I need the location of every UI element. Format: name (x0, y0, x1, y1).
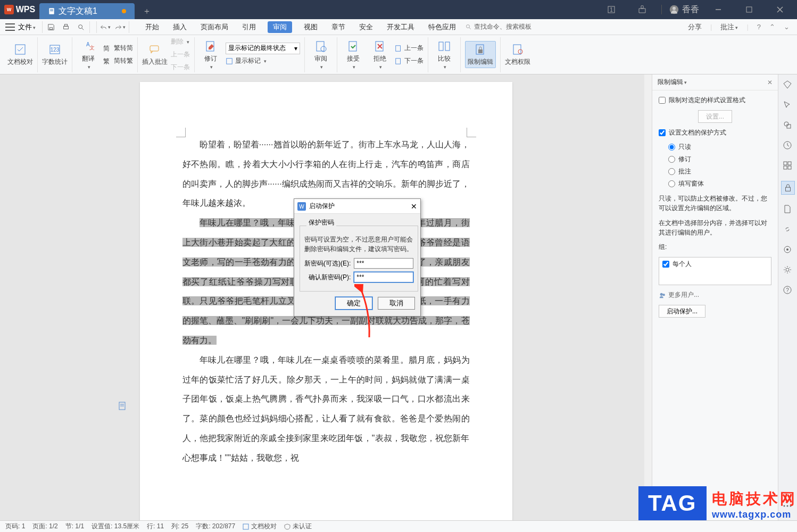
restrict-format-checkbox[interactable]: 限制对选定的样式设置格式 (659, 96, 771, 105)
menu-insert[interactable]: 插入 (171, 21, 189, 33)
menu-chapter[interactable]: 章节 (329, 21, 347, 33)
search-icon (466, 24, 472, 30)
delete-comment-button[interactable]: 删除 (171, 36, 190, 48)
help-circle-icon[interactable]: ? (783, 285, 793, 296)
undo-button[interactable] (100, 22, 111, 32)
svg-rect-50 (784, 166, 787, 169)
print-icon[interactable] (61, 22, 71, 32)
menu-devtools[interactable]: 开发工具 (385, 21, 417, 33)
show-marks-button[interactable]: 显示标记 (226, 55, 300, 67)
status-page[interactable]: 页面: 1/2 (32, 522, 57, 531)
proofread-button[interactable]: 文档校对 (7, 43, 33, 66)
confirm-password-input[interactable] (354, 272, 413, 282)
set-protect-checkbox[interactable]: 设置文档的保护方式 (659, 128, 771, 137)
option-revise[interactable]: 修订 (668, 155, 771, 164)
menu-review[interactable]: 审阅 (268, 21, 292, 33)
panel-title[interactable]: 限制编辑 (658, 78, 687, 87)
start-protect-button[interactable]: 启动保护... (659, 305, 705, 318)
doc-fold-icon[interactable] (783, 204, 793, 215)
svg-text:文: 文 (89, 45, 95, 51)
svg-rect-20 (15, 45, 25, 54)
panel-close-icon[interactable]: ✕ (767, 79, 773, 86)
doc-permission-button[interactable]: 文档权限 (505, 43, 530, 66)
next-change-button[interactable]: 下一条 (395, 55, 424, 67)
compare-button[interactable]: 比较 (433, 39, 456, 70)
new-tab-button[interactable]: ＋ (139, 3, 155, 19)
menu-view[interactable]: 视图 (302, 21, 320, 33)
prev-comment-button[interactable]: 上一条 (171, 49, 190, 61)
status-proofing[interactable]: 文档校对 (243, 522, 277, 531)
simp2trad-button[interactable]: 繁简转繁 (103, 55, 133, 67)
diamond-icon[interactable] (783, 80, 793, 90)
menu-references[interactable]: 引用 (240, 21, 258, 33)
reject-button[interactable]: 拒绝 (368, 39, 392, 70)
more-icon[interactable]: ⌄ (784, 23, 790, 31)
dialog-titlebar[interactable]: W 启动保护 ✕ (294, 199, 420, 214)
file-menu[interactable]: 文件 (18, 22, 36, 32)
menu-security[interactable]: 安全 (357, 21, 375, 33)
document-tab[interactable]: 文字文稿1 (39, 3, 135, 19)
help-icon[interactable]: ? (757, 23, 761, 31)
insert-comment-button[interactable]: 插入批注 (142, 43, 168, 66)
shape-icon[interactable] (783, 120, 793, 131)
chain-icon[interactable] (783, 225, 793, 235)
next-comment-button[interactable]: 下一条 (171, 62, 190, 73)
menu-hamburger-icon[interactable] (5, 23, 15, 31)
status-page-no[interactable]: 页码: 1 (5, 522, 25, 531)
watermark-tag: TAG (638, 486, 707, 520)
menu-start[interactable]: 开始 (143, 21, 161, 33)
maximize-button[interactable] (737, 0, 761, 19)
ok-button[interactable]: 确定 (335, 297, 372, 310)
option-readonly[interactable]: 只读 (668, 143, 771, 152)
grid-icon[interactable] (783, 161, 793, 171)
select-icon[interactable] (783, 100, 793, 111)
option-comment[interactable]: 批注 (668, 167, 771, 176)
share-button[interactable]: 分享 (688, 22, 702, 32)
redo-button[interactable] (115, 22, 126, 32)
minimize-button[interactable] (707, 0, 730, 19)
revise-button[interactable]: 修订 (199, 39, 222, 70)
more-users-link[interactable]: 更多用户... (659, 290, 771, 300)
accept-button[interactable]: 接受 (342, 39, 365, 70)
badge-icon[interactable]: 1 (600, 0, 623, 19)
translate-button[interactable]: A文翻译 (77, 39, 100, 70)
track-display-dropdown[interactable]: 显示标记的最终状态▾ (226, 43, 300, 54)
save-icon[interactable] (46, 22, 56, 32)
status-line[interactable]: 行: 11 (147, 522, 164, 531)
close-button[interactable] (768, 0, 792, 19)
gift-icon[interactable] (630, 0, 654, 19)
group-box: 每个人 (659, 257, 771, 285)
restrict-editing-button[interactable]: 限制编辑 (465, 41, 496, 68)
menu-special[interactable]: 特色应用 (426, 21, 458, 33)
gutter-doc-icon[interactable] (118, 402, 128, 411)
gear-icon[interactable] (783, 265, 793, 276)
status-pos[interactable]: 设置值: 13.5厘米 (92, 522, 139, 531)
collapse-ribbon-icon[interactable]: ⌃ (769, 23, 775, 31)
option-form[interactable]: 填写窗体 (668, 179, 771, 188)
cancel-button[interactable]: 取消 (378, 297, 415, 310)
circle-icon[interactable] (783, 245, 793, 255)
paragraph[interactable]: 年味儿在哪里？哦，年味儿在一桌桌香喷喷的菜肴里。腊月底，妈妈为过年的饭菜忙活了好… (182, 351, 470, 468)
user-menu[interactable]: 香香 (669, 4, 699, 15)
review-button[interactable]: 审阅 (309, 39, 333, 70)
command-search[interactable]: 查找命令、搜索模板 (466, 22, 532, 31)
status-words[interactable]: 字数: 202/877 (196, 522, 235, 531)
lock-icon[interactable] (781, 181, 795, 195)
vertical-scrollbar[interactable] (644, 74, 652, 520)
settings-button[interactable]: 设置... (698, 110, 732, 123)
prev-change-button[interactable]: 上一条 (395, 43, 424, 54)
status-col[interactable]: 列: 25 (171, 522, 188, 531)
new-password-input[interactable] (354, 258, 413, 269)
status-section[interactable]: 节: 1/1 (65, 522, 84, 531)
svg-point-39 (518, 49, 522, 54)
menu-pagelayout[interactable]: 页面布局 (198, 21, 230, 33)
annotate-button[interactable]: 批注 (720, 22, 738, 32)
svg-text:1: 1 (610, 7, 613, 13)
dialog-close-button[interactable]: ✕ (411, 202, 417, 211)
trad2simp-button[interactable]: 简繁转简 (103, 43, 133, 54)
wordcount-button[interactable]: 123字数统计 (42, 43, 68, 66)
clock-icon[interactable] (783, 140, 793, 151)
print-preview-icon[interactable] (76, 22, 86, 32)
everyone-checkbox[interactable]: 每个人 (662, 260, 768, 269)
status-auth[interactable]: 未认证 (284, 522, 312, 531)
